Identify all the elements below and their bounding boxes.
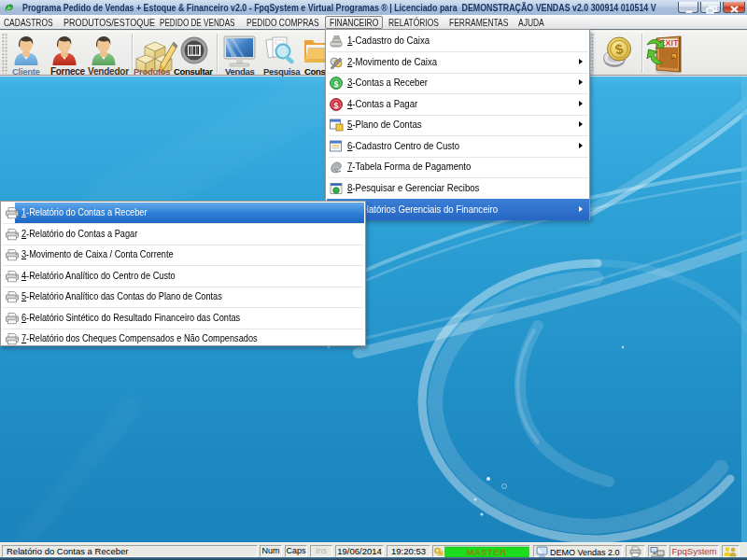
svg-text:$: $: [333, 79, 338, 89]
svg-text:DEMO Vendas 2.0: DEMO Vendas 2.0: [550, 548, 620, 557]
svg-text:MASTER: MASTER: [466, 547, 506, 557]
svg-text:$: $: [333, 100, 338, 109]
